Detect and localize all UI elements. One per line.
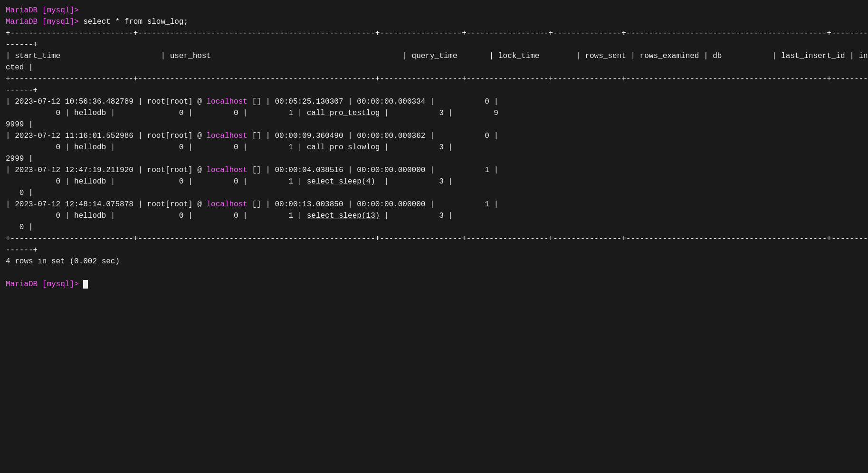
prompt-text-2: MariaDB [mysql]> bbox=[6, 18, 79, 26]
hostname-1: localhost bbox=[206, 97, 247, 106]
separator-2: ------+ bbox=[6, 39, 862, 50]
data-row-4b: 0 | hellodb | 0 | 0 | 1 | select sleep(1… bbox=[6, 210, 862, 222]
hostname-2: localhost bbox=[206, 132, 247, 140]
command-text: select * from slow_log; bbox=[79, 18, 188, 26]
sql-text-3: select sleep(4) bbox=[307, 177, 375, 186]
separator-6: ------+ bbox=[6, 244, 862, 256]
data-row-2b: 0 | hellodb | 0 | 0 | 1 | call pro_slowl… bbox=[6, 142, 862, 153]
cursor-space bbox=[79, 280, 84, 289]
active-prompt-text: MariaDB [mysql]> bbox=[6, 280, 79, 289]
data-row-2c: 2999 | bbox=[6, 153, 862, 164]
data-row-4a: | 2023-07-12 12:48:14.075878 | root[root… bbox=[6, 199, 862, 210]
separator-1: +---------------------------+-----------… bbox=[6, 28, 862, 39]
sql-text-1: call pro_testlog bbox=[307, 109, 380, 117]
data-row-1b: 0 | hellodb | 0 | 0 | 1 | call pro_testl… bbox=[6, 107, 862, 119]
terminal-window: MariaDB [mysql]> MariaDB [mysql]> select… bbox=[6, 5, 862, 290]
hostname-3: localhost bbox=[206, 166, 247, 174]
header-line-2: cted | bbox=[6, 62, 862, 73]
sql-text-2: call pro_slowlog bbox=[307, 143, 380, 152]
result-line: 4 rows in set (0.002 sec) bbox=[6, 256, 862, 267]
prompt-line-2: MariaDB [mysql]> select * from slow_log; bbox=[6, 16, 862, 28]
hostname-4: localhost bbox=[206, 200, 247, 209]
data-row-3b: 0 | hellodb | 0 | 0 | 1 | select sleep(4… bbox=[6, 176, 862, 187]
prompt-text-1: MariaDB [mysql]> bbox=[6, 6, 79, 15]
data-row-1a: | 2023-07-12 10:56:36.482789 | root[root… bbox=[6, 96, 862, 107]
active-prompt-line[interactable]: MariaDB [mysql]> bbox=[6, 279, 862, 290]
terminal-cursor[interactable] bbox=[83, 280, 88, 289]
header-line-1: | start_time | user_host | query_time | … bbox=[6, 50, 862, 62]
data-row-4c: 0 | bbox=[6, 222, 862, 233]
data-row-1c: 9999 | bbox=[6, 119, 862, 130]
separator-5: +---------------------------+-----------… bbox=[6, 233, 862, 244]
separator-3: +---------------------------+-----------… bbox=[6, 73, 862, 85]
data-row-3a: | 2023-07-12 12:47:19.211920 | root[root… bbox=[6, 164, 862, 176]
data-row-2a: | 2023-07-12 11:16:01.552986 | root[root… bbox=[6, 130, 862, 142]
data-row-3c: 0 | bbox=[6, 187, 862, 199]
empty-line bbox=[6, 267, 862, 279]
sql-text-4: select sleep(13) bbox=[307, 212, 380, 220]
separator-4: ------+ bbox=[6, 85, 862, 96]
prompt-line-1: MariaDB [mysql]> bbox=[6, 5, 862, 16]
